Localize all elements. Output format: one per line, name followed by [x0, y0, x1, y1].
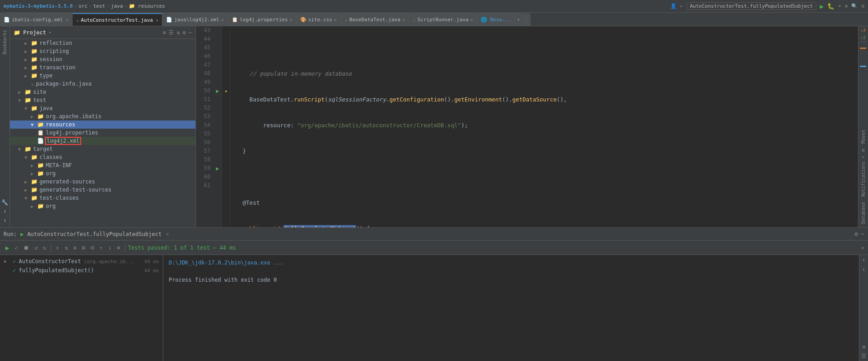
- sort-alpha-btn[interactable]: ↕: [54, 244, 61, 252]
- notifications-label[interactable]: Notifications: [859, 159, 868, 198]
- jump-right-icon[interactable]: »: [861, 245, 864, 251]
- tab-close-ibatis[interactable]: ✕: [66, 17, 68, 22]
- test-suite-name: AutoConstructorTest: [19, 258, 81, 265]
- expand-btn[interactable]: ⊞: [80, 244, 87, 252]
- code-content[interactable]: // populate in-memory database BaseDataT…: [230, 26, 858, 227]
- tree-item-log4j2-xml[interactable]: 📄 log4j2.xml: [10, 137, 195, 145]
- run-label: Run:: [4, 231, 17, 237]
- tab-log4j-prop[interactable]: 📋 log4j.properties ✕: [228, 13, 297, 26]
- run-settings-icon[interactable]: ⚙: [854, 231, 858, 237]
- wrench-icon[interactable]: 🔧: [1, 199, 8, 206]
- run-rerun-fail-btn[interactable]: ↻: [41, 244, 48, 252]
- run-icon[interactable]: ▶: [820, 3, 824, 10]
- settings-icon[interactable]: ⚙: [861, 3, 864, 9]
- scroll-down-icon[interactable]: ↓: [862, 266, 865, 272]
- tree-item-org-classes[interactable]: ▶ 📁 org: [10, 169, 195, 178]
- tree-item-meta-inf[interactable]: ▶ 📁 META-INF: [10, 161, 195, 169]
- run-gutter-59[interactable]: ▶: [213, 164, 222, 173]
- output-panel: D:\JDK_\jdk-17.0.2\bin\java.exe ... Proc…: [163, 255, 859, 361]
- tree-item-scripting[interactable]: ▶ 📁 scripting: [10, 47, 195, 55]
- test-tree-item-suite[interactable]: ▼ ✓ AutoConstructorTest (org.apache.ib..…: [0, 257, 163, 266]
- tree-item-test[interactable]: ▼ 📁 test: [10, 96, 195, 104]
- code-view[interactable]: 43 44 45 46 47 48 49 50 51 52 53 54 55 5…: [196, 26, 858, 227]
- tab-ibatis-config[interactable]: 📄 ibatis-config.xml ✕: [0, 13, 73, 26]
- notifications-panel: m ✕ Notifications: [858, 146, 868, 198]
- run-play-btn[interactable]: ▶: [4, 243, 11, 252]
- scroll-up-icon[interactable]: ↑: [862, 257, 865, 263]
- tab-log4j2-xml[interactable]: 📄 java\log4j2.xml ✕: [162, 13, 228, 26]
- test-suite-class: (org.apache.ib...: [84, 259, 135, 265]
- scroll-settings-icon[interactable]: ☰: [861, 353, 866, 359]
- run-minimize-icon[interactable]: −: [861, 231, 864, 237]
- project-sync-icon[interactable]: ⊕: [163, 29, 166, 36]
- tab-autoconstructor[interactable]: ☕ AutoConstructorTest.java ✕: [73, 13, 163, 26]
- project-filter-icon[interactable]: ☰: [169, 29, 174, 36]
- tree-item-transaction[interactable]: ▶ 📁 transaction: [10, 63, 195, 72]
- database-label[interactable]: Database: [859, 198, 868, 227]
- run-check-btn[interactable]: ✓: [13, 244, 20, 252]
- run-gutter-50[interactable]: ▶: [213, 87, 222, 95]
- tab-site-css[interactable]: 🎨 site.css ✕: [297, 13, 341, 26]
- tree-item-target[interactable]: ▼ 📁 target: [10, 145, 195, 153]
- sort-dur-btn[interactable]: ⇅: [63, 244, 69, 252]
- scroll-to-end-icon[interactable]: ≡: [862, 344, 865, 350]
- tree-item-log4j-prop[interactable]: 📋 log4j.properties: [10, 129, 195, 137]
- nav-back-icon[interactable]: ←: [680, 3, 683, 9]
- run-tab-close[interactable]: ✕: [166, 231, 169, 236]
- run-tab-name[interactable]: AutoConstructorTest.fullyPopulatedSubjec…: [27, 231, 161, 237]
- project-settings-icon[interactable]: ⚙: [183, 29, 186, 36]
- zoom-btn[interactable]: ⊕: [115, 244, 122, 252]
- tree-item-resources[interactable]: ▼ 📁 resources: [10, 120, 195, 129]
- run-rerun-btn[interactable]: ↺: [33, 244, 39, 252]
- more-actions-icon[interactable]: ⚙: [845, 3, 848, 9]
- tab-more-menu[interactable]: ⋮: [522, 13, 531, 26]
- bookmarks-label[interactable]: Bookmarks: [0, 26, 9, 58]
- run-config-label[interactable]: AutoConstructorTest.fullyPopulatedSubjec…: [687, 2, 816, 10]
- run-stop-btn[interactable]: ⏹: [22, 244, 31, 252]
- database-panel[interactable]: Database: [858, 198, 868, 227]
- tree-item-session[interactable]: ▶ 📁 session: [10, 55, 195, 63]
- gutter: ▶ ▶: [213, 26, 222, 227]
- tree-item-site[interactable]: ▶ 📁 site: [10, 88, 195, 96]
- tab-close-auto[interactable]: ✕: [156, 18, 158, 23]
- bottom-panel: Run: ▶ AutoConstructorTest.fullyPopulate…: [0, 227, 868, 361]
- tree-item-type[interactable]: ▶ 📁 type: [10, 72, 195, 80]
- tree-item-reflection[interactable]: ▶ 📁 reflection: [10, 39, 195, 47]
- search-icon[interactable]: 🔍: [851, 3, 858, 9]
- tab-close-log4j2[interactable]: ✕: [221, 17, 224, 22]
- tabs-row: 📄 ibatis-config.xml ✕ ☕ AutoConstructorT…: [0, 13, 868, 26]
- bookmark-arrow-up[interactable]: ⬆: [3, 217, 6, 224]
- collapse-btn[interactable]: ⊟: [89, 244, 96, 252]
- tree-item-generated-sources[interactable]: ▶ 📁 generated-sources: [10, 178, 195, 186]
- tree-item-org-test[interactable]: ▶ 📁 org: [10, 202, 195, 210]
- debug-icon[interactable]: 🐛: [827, 3, 834, 10]
- test-tree-item-method[interactable]: ✓ fullyPopulatedSubject() 44 ms: [0, 266, 163, 275]
- tab-overflow[interactable]: ▾: [515, 13, 522, 26]
- coverage-icon[interactable]: ☂: [838, 3, 841, 9]
- tab-reso[interactable]: 🌐 Reso...: [477, 13, 515, 26]
- down-btn[interactable]: ↓: [107, 244, 113, 252]
- project-minimize-icon[interactable]: −: [189, 29, 192, 36]
- tab-close-log4j-prop[interactable]: ✕: [290, 17, 293, 22]
- tree-item-test-classes[interactable]: ▼ 📁 test-classes: [10, 194, 195, 202]
- close-maven-icon[interactable]: ✕: [862, 154, 864, 159]
- up-btn[interactable]: ↑: [98, 244, 104, 252]
- bookmark-arrow-down[interactable]: ⬇: [3, 208, 6, 215]
- tab-close-site[interactable]: ✕: [334, 17, 337, 22]
- test-tree: ▼ ✓ AutoConstructorTest (org.apache.ib..…: [0, 255, 163, 361]
- project-sort-icon[interactable]: ⇅: [176, 29, 180, 36]
- run-green-icon: ▶: [20, 231, 24, 237]
- filter-btn[interactable]: ≡: [72, 244, 78, 252]
- tree-item-package-info[interactable]: ☕ package-info.java: [10, 80, 195, 88]
- profile-icon[interactable]: 👤: [670, 3, 677, 9]
- tab-scriptrunner[interactable]: ☕ ScriptRunner.java ✕: [409, 13, 477, 26]
- project-dropdown[interactable]: ▾: [49, 30, 52, 35]
- tab-close-basedata[interactable]: ✕: [402, 17, 405, 22]
- tree-item-org-apache[interactable]: ▶ 📁 org.apache.ibatis: [10, 112, 195, 120]
- tab-basedata[interactable]: ☕ BaseDataTest.java ✕: [341, 13, 409, 26]
- tree-item-java[interactable]: ▼ 📁 java: [10, 104, 195, 112]
- tree-item-generated-test-sources[interactable]: ▶ 📁 generated-test-sources: [10, 186, 195, 194]
- maven-label[interactable]: Maven: [859, 128, 868, 145]
- tree-item-classes[interactable]: ▼ 📁 classes: [10, 153, 195, 161]
- tab-close-scriptrunner[interactable]: ✕: [470, 17, 473, 22]
